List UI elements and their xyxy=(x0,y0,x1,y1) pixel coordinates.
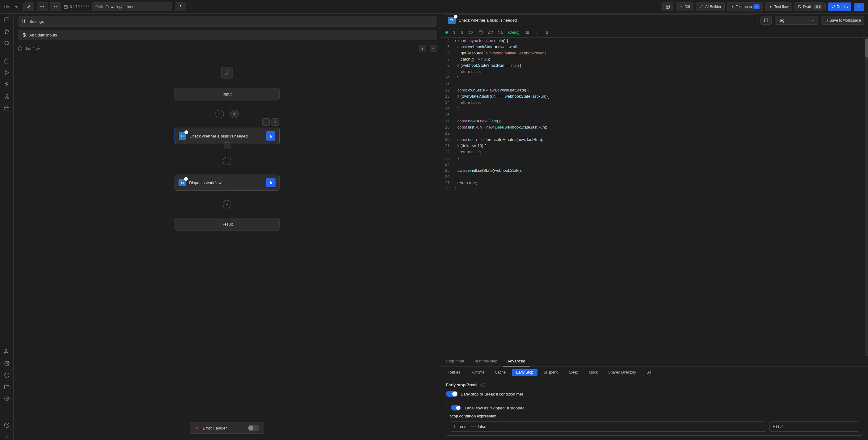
result-node[interactable]: Result xyxy=(175,218,280,231)
ai-builder-button[interactable]: AI Builder xyxy=(696,2,725,11)
redo-icon xyxy=(54,5,58,9)
edit-title-button[interactable] xyxy=(23,2,34,11)
toolbar-box[interactable] xyxy=(469,30,473,35)
error-handler-toggle[interactable]: Error Handler xyxy=(190,422,264,434)
trigger-node[interactable] xyxy=(221,67,233,79)
zoom-out-button[interactable]: − xyxy=(430,45,436,52)
flow-canvas[interactable]: Input + ✕ TS xyxy=(13,54,441,440)
rail-box[interactable] xyxy=(4,372,10,378)
rail-calendar[interactable] xyxy=(4,105,10,111)
subtab-cache[interactable]: Cache xyxy=(491,369,510,376)
add-step-before-a[interactable]: + xyxy=(215,110,224,118)
tab-test-step[interactable]: Test this step xyxy=(469,356,503,366)
step-delete-button[interactable]: ✕ xyxy=(272,118,279,126)
test-up-to-badge: a xyxy=(753,4,760,9)
toolbar-db[interactable] xyxy=(478,30,483,35)
rail-search[interactable] xyxy=(4,40,10,46)
rail-folder[interactable] xyxy=(4,384,10,390)
early-stop-toggle[interactable] xyxy=(446,391,458,397)
test-up-to-label: Test up to xyxy=(736,5,752,9)
subtab-runtime[interactable]: Runtime xyxy=(466,369,489,376)
runtime-label: (Deno) xyxy=(508,30,520,35)
subtab-suspend[interactable]: Suspend xyxy=(539,369,562,376)
stop-condition-label: Stop condition expression xyxy=(450,414,859,418)
toolbar-ai[interactable] xyxy=(535,30,539,35)
dataflow-toggle[interactable] xyxy=(18,46,22,51)
info-icon[interactable]: i xyxy=(480,383,484,387)
deploy-label: Deploy xyxy=(837,5,848,9)
deploy-button[interactable]: Deploy xyxy=(828,2,851,11)
svg-point-7 xyxy=(6,94,7,95)
rail-star[interactable] xyxy=(4,28,10,35)
step-a-letter: a xyxy=(266,131,275,141)
toolbar-dollar2[interactable]: $ xyxy=(461,30,463,35)
rail-settings[interactable] xyxy=(4,360,10,366)
step-a-node[interactable]: ✕ TS Check whether a build is needed a xyxy=(175,127,280,144)
rail-dollar[interactable] xyxy=(4,81,10,87)
result-node-label: Result xyxy=(221,222,233,227)
subtab-early-stop[interactable]: Early Stop xyxy=(512,369,537,376)
more-menu-button[interactable] xyxy=(175,2,186,11)
settings-label: Settings xyxy=(29,19,44,24)
svg-point-13 xyxy=(6,398,7,400)
all-static-inputs-row[interactable]: All Static Inputs xyxy=(18,30,436,40)
add-step-after-b[interactable]: + xyxy=(223,200,231,209)
subtab-retries[interactable]: Retries xyxy=(444,369,465,376)
layout-toggle-button[interactable] xyxy=(662,2,673,11)
input-node[interactable]: Input xyxy=(175,88,280,100)
deploy-menu-button[interactable] xyxy=(854,3,864,11)
redo-button[interactable] xyxy=(50,2,61,11)
toolbar-format[interactable] xyxy=(525,30,529,35)
undo-button[interactable] xyxy=(37,2,48,11)
label-skipped-label: Label flow as "skipped" if stopped xyxy=(465,406,525,410)
rail-collapse[interactable] xyxy=(4,434,10,440)
rail-users[interactable] xyxy=(4,349,10,355)
step-b-node[interactable]: TS Dispatch workflow b xyxy=(175,175,280,190)
step-title-input[interactable]: TS Check whether a build is needed xyxy=(445,14,757,26)
rail-eye[interactable] xyxy=(4,395,10,402)
rail-tree[interactable] xyxy=(4,93,10,99)
zoom-in-button[interactable]: + xyxy=(419,45,426,52)
draft-shortcut: ⌘S xyxy=(814,5,822,9)
branch-node[interactable] xyxy=(230,110,239,118)
subtab-s3[interactable]: S3 xyxy=(642,369,655,376)
subtab-shared-dir[interactable]: Shared Directory xyxy=(604,369,640,376)
draft-button[interactable]: Draft ⌘S xyxy=(795,2,826,11)
schedule-display[interactable]: 0 */10 * * * * xyxy=(64,5,89,9)
settings-row[interactable]: Settings xyxy=(18,16,436,27)
calendar-icon xyxy=(64,5,68,9)
code-editor[interactable]: export async function main() { const web… xyxy=(453,38,865,356)
rail-help[interactable] xyxy=(4,422,10,428)
expression-editor[interactable]: 1 result === false xyxy=(450,421,767,432)
toolbar-sidebar[interactable] xyxy=(859,30,864,35)
rail-play[interactable] xyxy=(4,69,10,76)
editor-toolbar: $ $ (Deno) xyxy=(441,27,868,38)
toolbar-refresh[interactable] xyxy=(488,30,493,35)
tag-select[interactable]: Tag xyxy=(775,16,818,25)
save-to-workspace-button[interactable]: Save to workspace xyxy=(821,16,864,25)
test-flow-button[interactable]: Test flow xyxy=(766,2,792,11)
step-move-button[interactable] xyxy=(262,118,270,126)
editor-scrollbar[interactable] xyxy=(865,38,868,356)
error-handler-switch[interactable] xyxy=(248,425,259,431)
wand-icon xyxy=(224,70,230,76)
diff-button[interactable]: Diff xyxy=(676,2,693,11)
toolbar-reload[interactable] xyxy=(498,30,503,35)
step-title-text: Check whether a build is needed xyxy=(459,18,754,23)
subtab-sleep[interactable]: Sleep xyxy=(565,369,583,376)
expand-editor-button[interactable] xyxy=(761,16,772,25)
svg-point-2 xyxy=(180,6,181,7)
path-field[interactable]: Path f/invablog/builder xyxy=(92,2,173,11)
svg-rect-0 xyxy=(64,5,68,8)
toolbar-ask[interactable] xyxy=(545,30,549,35)
add-step-after-a[interactable]: + xyxy=(223,157,231,165)
tab-step-input[interactable]: Step Input xyxy=(441,356,469,366)
test-up-to-button[interactable]: Test up to a xyxy=(727,2,763,11)
label-skipped-toggle[interactable] xyxy=(451,405,461,411)
rail-home2[interactable] xyxy=(4,58,10,64)
tab-advanced[interactable]: Advanced xyxy=(503,356,530,366)
step-condition-box[interactable] xyxy=(224,142,230,149)
subtab-mock[interactable]: Mock xyxy=(584,369,602,376)
toolbar-dollar[interactable]: $ xyxy=(454,30,456,35)
rail-home[interactable] xyxy=(4,17,10,23)
